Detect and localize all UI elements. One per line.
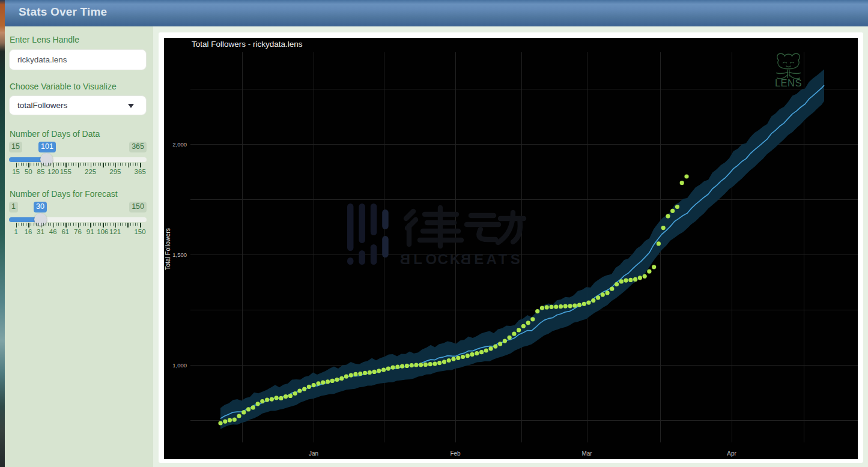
svg-text:C: C: [438, 251, 448, 267]
svg-text:Feb: Feb: [450, 450, 461, 457]
svg-text:K: K: [450, 251, 461, 267]
svg-text:2,000: 2,000: [172, 141, 187, 148]
svg-text:Apr: Apr: [727, 450, 736, 457]
svg-text:1,500: 1,500: [172, 252, 187, 258]
svg-text:L: L: [413, 251, 422, 267]
svg-text:T: T: [499, 251, 508, 267]
svg-text:1,000: 1,000: [172, 362, 187, 369]
svg-text:A: A: [486, 251, 496, 267]
svg-text:O: O: [425, 251, 437, 267]
svg-text:Mar: Mar: [581, 450, 592, 457]
svg-text:S: S: [511, 251, 520, 267]
svg-text:B: B: [400, 251, 410, 267]
svg-text:B: B: [461, 251, 471, 267]
svg-text:Jan: Jan: [309, 450, 318, 457]
svg-text:Total Followers - rickydata.le: Total Followers - rickydata.lens: [192, 40, 303, 49]
svg-text:LENS: LENS: [775, 77, 802, 88]
svg-text:E: E: [474, 251, 484, 267]
svg-text:Total Followers: Total Followers: [164, 228, 171, 270]
